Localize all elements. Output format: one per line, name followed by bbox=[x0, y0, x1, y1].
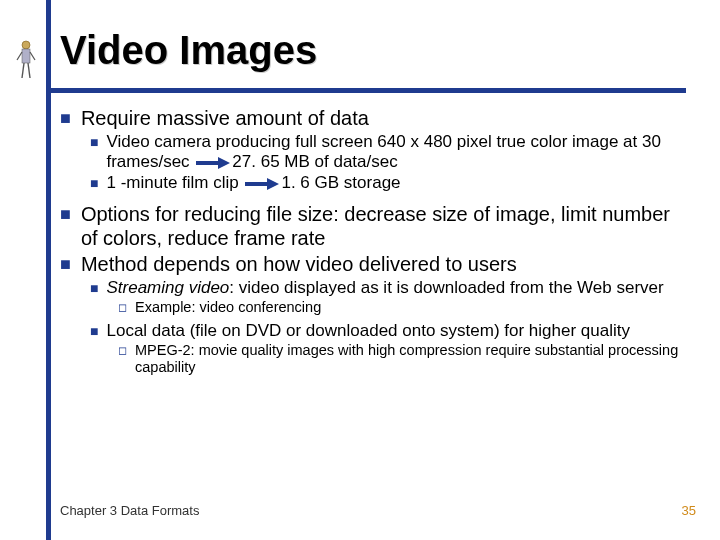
square-bullet-icon: ■ bbox=[90, 278, 98, 298]
slide-body: ■ Require massive amount of data ■ Video… bbox=[60, 106, 680, 377]
svg-line-5 bbox=[28, 63, 30, 78]
horizontal-rule bbox=[46, 88, 686, 93]
footer-chapter: Chapter 3 Data Formats bbox=[60, 503, 199, 518]
bullet-level2: ■ Video camera producing full screen 640… bbox=[90, 132, 680, 172]
bullet-level2: ■ Streaming video: video displayed as it… bbox=[90, 278, 680, 298]
svg-marker-7 bbox=[218, 157, 230, 169]
bullet-text: Streaming video: video displayed as it i… bbox=[106, 278, 663, 298]
square-bullet-icon: ■ bbox=[60, 202, 71, 250]
arrow-right-icon bbox=[196, 157, 230, 169]
square-bullet-icon: ■ bbox=[60, 106, 71, 130]
square-outline-bullet-icon: ◻ bbox=[118, 342, 127, 376]
svg-line-4 bbox=[22, 63, 24, 78]
svg-point-0 bbox=[22, 41, 30, 49]
bullet-level2: ■ 1 -minute film clip 1. 6 GB storage bbox=[90, 173, 680, 193]
vertical-rule bbox=[46, 0, 51, 540]
bullet-level3: ◻ MPEG-2: movie quality images with high… bbox=[118, 342, 680, 376]
bullet-level1: ■ Method depends on how video delivered … bbox=[60, 252, 680, 276]
footer-page-number: 35 bbox=[682, 503, 696, 518]
bullet-level2: ■ Local data (file on DVD or downloaded … bbox=[90, 321, 680, 341]
slide-title: Video Images bbox=[60, 28, 317, 73]
arrow-right-icon bbox=[245, 178, 279, 190]
bullet-text: Example: video conferencing bbox=[135, 299, 321, 316]
square-bullet-icon: ■ bbox=[60, 252, 71, 276]
bullet-level1: ■ Options for reducing file size: decrea… bbox=[60, 202, 680, 250]
svg-line-2 bbox=[17, 52, 22, 60]
decorative-figure-icon bbox=[14, 40, 38, 80]
bullet-level1: ■ Require massive amount of data bbox=[60, 106, 680, 130]
bullet-text: Require massive amount of data bbox=[81, 106, 369, 130]
bullet-text: Method depends on how video delivered to… bbox=[81, 252, 517, 276]
svg-marker-9 bbox=[267, 178, 279, 190]
svg-rect-1 bbox=[22, 49, 30, 63]
bullet-level3: ◻ Example: video conferencing bbox=[118, 299, 680, 316]
square-bullet-icon: ■ bbox=[90, 132, 98, 172]
square-outline-bullet-icon: ◻ bbox=[118, 299, 127, 316]
bullet-text: Options for reducing file size: decrease… bbox=[81, 202, 680, 250]
bullet-text: 1 -minute film clip 1. 6 GB storage bbox=[106, 173, 400, 193]
bullet-text: Local data (file on DVD or downloaded on… bbox=[106, 321, 630, 341]
square-bullet-icon: ■ bbox=[90, 173, 98, 193]
svg-line-3 bbox=[30, 52, 35, 60]
bullet-text: Video camera producing full screen 640 x… bbox=[106, 132, 680, 172]
bullet-text: MPEG-2: movie quality images with high c… bbox=[135, 342, 680, 376]
square-bullet-icon: ■ bbox=[90, 321, 98, 341]
